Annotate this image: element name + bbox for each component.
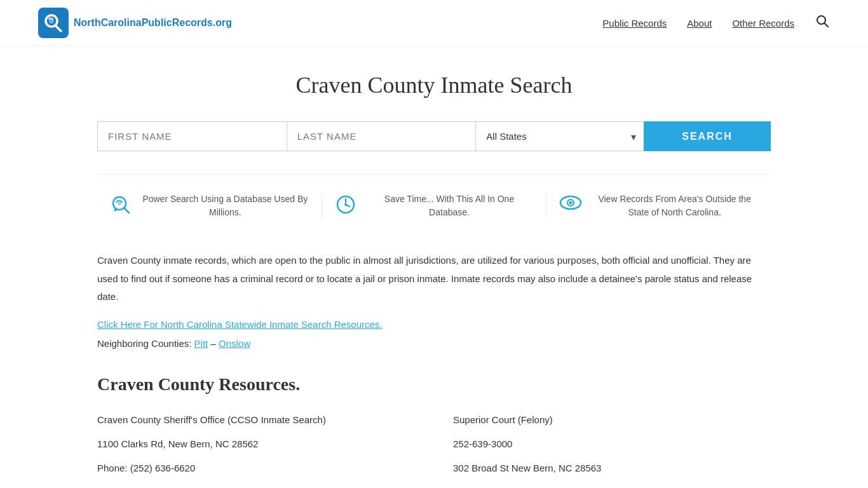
state-select[interactable]: All StatesAlabamaAlaskaArizonaArkansasCa… — [475, 121, 644, 151]
feature-save-time: Save Time... With This All In One Databa… — [322, 193, 546, 220]
resource-court-location-search: On Location Search – Yes — [453, 482, 771, 489]
logo-link[interactable]: NorthCarolinaPublicRecords.org — [38, 8, 232, 38]
feature-power-search: Power Search Using a Database Used By Mi… — [97, 193, 322, 221]
state-select-wrapper: All StatesAlabamaAlaskaArizonaArkansasCa… — [475, 121, 644, 151]
power-search-icon — [110, 194, 133, 221]
county-pitt-link[interactable]: Pitt — [194, 338, 208, 349]
resources-title: Craven County Resources. — [97, 374, 771, 395]
resource-sheriff-address: 1100 Clarks Rd, New Bern, NC 28562 — [97, 434, 415, 454]
nav-public-records[interactable]: Public Records — [602, 18, 667, 29]
nav-about[interactable]: About — [687, 18, 712, 29]
svg-point-15 — [569, 201, 573, 205]
logo-icon — [38, 8, 69, 38]
first-name-input[interactable] — [97, 121, 287, 151]
body-paragraph: Craven County inmate records, which are … — [97, 252, 771, 306]
feature-save-time-text: Save Time... With This All In One Databa… — [365, 193, 534, 219]
last-name-input[interactable] — [287, 121, 476, 151]
resource-court-phone: 252-639-3000 — [453, 434, 771, 454]
resource-court-name: Superior Court (Felony) — [453, 410, 771, 430]
svg-line-7 — [124, 208, 129, 213]
features-row: Power Search Using a Database Used By Mi… — [97, 174, 771, 221]
page-title: Craven County Inmate Search — [97, 72, 771, 98]
nav-other-records[interactable]: Other Records — [732, 18, 794, 29]
main-nav: Public Records About Other Records — [602, 13, 830, 32]
site-header: NorthCarolinaPublicRecords.org Public Re… — [0, 0, 868, 46]
main-content: Craven County Inmate Search All StatesAl… — [85, 46, 783, 488]
resources-grid: Craven County Sheriff's Office (CCSO Inm… — [97, 410, 771, 489]
logo-text: NorthCarolinaPublicRecords.org — [74, 17, 232, 29]
search-button[interactable]: SEARCH — [644, 121, 771, 151]
clock-icon — [335, 194, 356, 220]
feature-view-records-text: View Records From Area's Outside the Sta… — [591, 193, 758, 219]
eye-icon — [559, 194, 582, 216]
feature-view-records: View Records From Area's Outside the Sta… — [546, 193, 771, 219]
county-onslow-link[interactable]: Onslow — [219, 338, 250, 349]
neighboring-label: Neighboring Counties: — [97, 338, 191, 349]
svg-point-8 — [118, 201, 121, 205]
neighboring-counties: Neighboring Counties: Pitt – Onslow — [97, 338, 771, 349]
resource-sheriff-name: Craven County Sheriff's Office (CCSO Inm… — [97, 410, 415, 430]
resource-sheriff-website: Website — [97, 482, 415, 489]
resource-court-address: 302 Broad St New Bern, NC 28563 — [453, 458, 771, 478]
neighboring-separator: – — [210, 338, 219, 349]
resource-sheriff-phone: Phone: (252) 636-6620 — [97, 458, 415, 478]
nav-search-icon[interactable] — [815, 13, 830, 32]
statewide-search-link[interactable]: Click Here For North Carolina Statewide … — [97, 319, 383, 330]
svg-line-5 — [825, 24, 829, 27]
feature-power-search-text: Power Search Using a Database Used By Mi… — [142, 193, 309, 219]
svg-point-12 — [344, 203, 347, 206]
svg-rect-0 — [38, 8, 69, 38]
search-bar: All StatesAlabamaAlaskaArizonaArkansasCa… — [97, 121, 771, 151]
